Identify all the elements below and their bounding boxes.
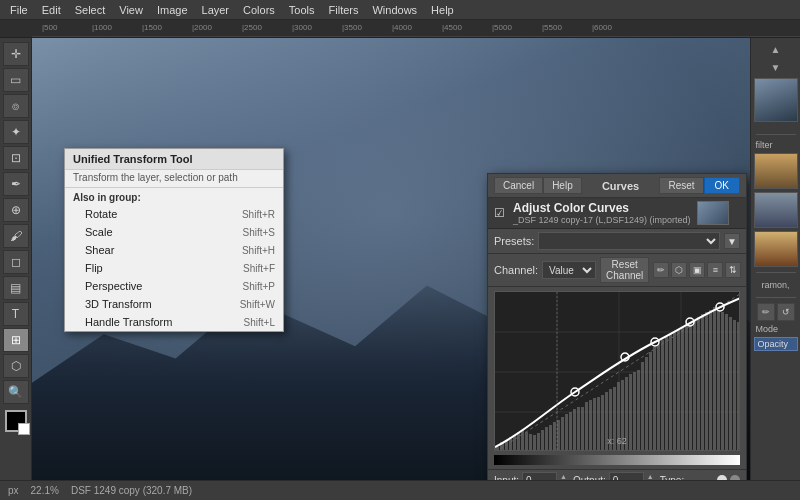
curves-ok-btn[interactable]: OK — [704, 177, 740, 194]
type-dot-1[interactable] — [717, 475, 727, 480]
ch-pencil-icon[interactable]: ✏ — [653, 262, 669, 278]
channel-select[interactable]: Value Red Green Blue Alpha — [542, 261, 596, 279]
menu-edit[interactable]: Edit — [36, 2, 67, 18]
channel-label: Channel: — [494, 264, 538, 276]
canvas-area[interactable]: Unified Transform Tool Transform the lay… — [32, 38, 750, 480]
panel-thumbnail-2[interactable] — [754, 153, 798, 189]
panel-scroll-down[interactable]: ▼ — [769, 60, 783, 75]
panel-thumbnail-main[interactable] — [754, 78, 798, 122]
curves-help-btn[interactable]: Help — [543, 177, 582, 194]
panel-divider-2 — [756, 272, 796, 273]
svg-rect-41 — [585, 402, 588, 450]
svg-rect-52 — [629, 374, 632, 450]
tool-eraser[interactable]: ◻ — [3, 250, 29, 274]
foreground-color[interactable] — [5, 410, 27, 432]
ctx-scale[interactable]: Scale Shift+S — [65, 223, 283, 241]
svg-rect-73 — [713, 307, 716, 450]
presets-label: Presets: — [494, 235, 534, 247]
tool-zoom[interactable]: 🔍 — [3, 380, 29, 404]
tool-eyedropper[interactable]: ✒ — [3, 172, 29, 196]
svg-rect-60 — [661, 340, 664, 450]
svg-rect-77 — [729, 317, 732, 450]
tool-heal[interactable]: ⊕ — [3, 198, 29, 222]
svg-rect-75 — [721, 312, 724, 450]
tool-path[interactable]: ⬡ — [3, 354, 29, 378]
curves-dialog: Cancel Help Curves Reset OK ☑ Adjust Col… — [487, 173, 747, 480]
menu-colors[interactable]: Colors — [237, 2, 281, 18]
ctx-flip[interactable]: Flip Shift+F — [65, 259, 283, 277]
curves-graph[interactable]: x: 62 — [494, 291, 740, 451]
svg-rect-71 — [705, 312, 708, 450]
menu-view[interactable]: View — [113, 2, 149, 18]
output-up-arrow[interactable]: ▲ — [647, 473, 654, 480]
ctx-3d-transform[interactable]: 3D Transform Shift+W — [65, 295, 283, 313]
tool-move[interactable]: ✛ — [3, 42, 29, 66]
svg-rect-26 — [525, 432, 528, 450]
svg-rect-58 — [653, 347, 656, 450]
presets-select[interactable] — [538, 232, 720, 250]
menu-filters[interactable]: Filters — [323, 2, 365, 18]
ctx-scale-label: Scale — [85, 226, 113, 238]
ch-flip-icon[interactable]: ⇅ — [725, 262, 741, 278]
curves-cancel-btn[interactable]: Cancel — [494, 177, 543, 194]
curves-titlebar: ☑ Adjust Color Curves _DSF 1249 copy-17 … — [488, 198, 746, 229]
input-arrows[interactable]: ▲ ▼ — [560, 473, 567, 480]
ctx-rotate-label: Rotate — [85, 208, 117, 220]
type-dot-2[interactable] — [730, 475, 740, 480]
tool-magic-wand[interactable]: ✦ — [3, 120, 29, 144]
ch-pick-icon[interactable]: ▣ — [689, 262, 705, 278]
svg-text:|6000: |6000 — [592, 23, 612, 32]
mode-label: Mode — [754, 324, 798, 334]
svg-rect-32 — [549, 425, 552, 450]
output-arrows[interactable]: ▲ ▼ — [647, 473, 654, 480]
output-value[interactable] — [609, 472, 644, 480]
panel-thumbnail-4[interactable] — [754, 231, 798, 267]
menu-layer[interactable]: Layer — [196, 2, 236, 18]
svg-text:|5500: |5500 — [542, 23, 562, 32]
tool-text[interactable]: T — [3, 302, 29, 326]
input-up-arrow[interactable]: ▲ — [560, 473, 567, 480]
ctx-perspective[interactable]: Perspective Shift+P — [65, 277, 283, 295]
menu-file[interactable]: File — [4, 2, 34, 18]
menu-tools[interactable]: Tools — [283, 2, 321, 18]
menu-help[interactable]: Help — [425, 2, 460, 18]
tool-lasso[interactable]: ⌾ — [3, 94, 29, 118]
curves-header: Cancel Help Curves Reset OK — [488, 174, 746, 198]
curves-presets: Presets: ▼ — [488, 229, 746, 254]
ch-node-icon[interactable]: ⬡ — [671, 262, 687, 278]
tool-rect-select[interactable]: ▭ — [3, 68, 29, 92]
svg-rect-31 — [545, 427, 548, 450]
tool-gradient[interactable]: ▤ — [3, 276, 29, 300]
output-field: Output: ▲ ▼ — [573, 472, 654, 480]
presets-expand[interactable]: ▼ — [724, 233, 740, 249]
svg-text:|5000: |5000 — [492, 23, 512, 32]
curves-reset-btn[interactable]: Reset — [659, 177, 703, 194]
svg-rect-76 — [725, 314, 728, 450]
tool-paint[interactable]: 🖌 — [3, 224, 29, 248]
panel-scroll-up[interactable]: ▲ — [769, 42, 783, 57]
panel-refresh-icon[interactable]: ↺ — [777, 303, 795, 321]
ctx-rotate-shortcut: Shift+R — [242, 209, 275, 220]
panel-edit-icon[interactable]: ✏ — [757, 303, 775, 321]
ctx-shear[interactable]: Shear Shift+H — [65, 241, 283, 259]
tool-transform[interactable]: ⊞ — [3, 328, 29, 352]
input-value[interactable] — [522, 472, 557, 480]
opacity-item[interactable]: Opacity — [754, 337, 798, 351]
ctx-rotate[interactable]: Rotate Shift+R — [65, 205, 283, 223]
menu-select[interactable]: Select — [69, 2, 112, 18]
svg-rect-45 — [601, 395, 604, 450]
panel-thumbnail-3[interactable] — [754, 192, 798, 228]
svg-text:|3500: |3500 — [342, 23, 362, 32]
ctx-handle-shortcut: Shift+L — [244, 317, 275, 328]
menu-windows[interactable]: Windows — [366, 2, 423, 18]
ctx-handle-transform[interactable]: Handle Transform Shift+L — [65, 313, 283, 331]
menu-image[interactable]: Image — [151, 2, 194, 18]
ch-zoom-icon[interactable]: ≡ — [707, 262, 723, 278]
svg-rect-78 — [733, 320, 736, 450]
panel-divider-1 — [756, 134, 796, 135]
svg-rect-70 — [701, 314, 704, 450]
svg-rect-35 — [561, 417, 564, 450]
reset-channel-btn[interactable]: Reset Channel — [600, 257, 649, 283]
svg-rect-56 — [645, 357, 648, 450]
tool-crop[interactable]: ⊡ — [3, 146, 29, 170]
